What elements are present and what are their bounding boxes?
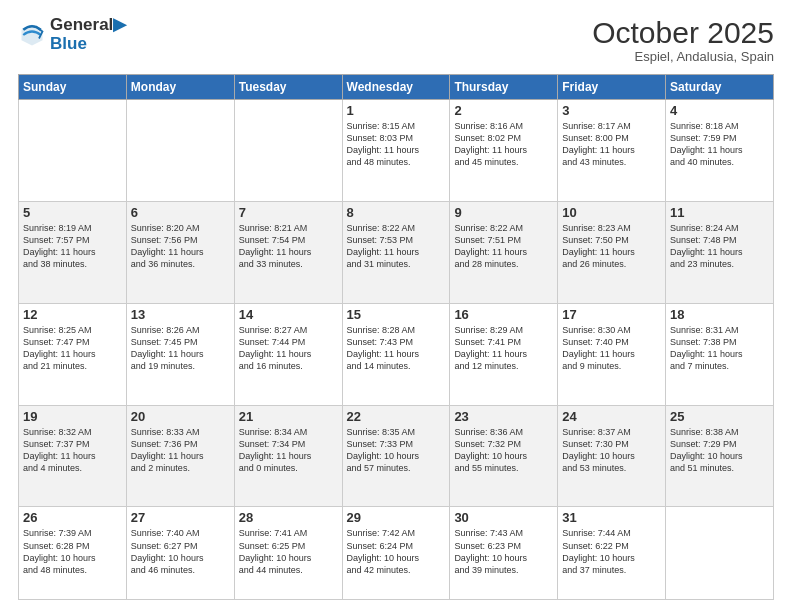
- table-row: 1Sunrise: 8:15 AM Sunset: 8:03 PM Daylig…: [342, 100, 450, 202]
- table-row: 9Sunrise: 8:22 AM Sunset: 7:51 PM Daylig…: [450, 201, 558, 303]
- table-row: 16Sunrise: 8:29 AM Sunset: 7:41 PM Dayli…: [450, 303, 558, 405]
- table-row: 28Sunrise: 7:41 AM Sunset: 6:25 PM Dayli…: [234, 507, 342, 600]
- day-number: 2: [454, 103, 553, 118]
- day-number: 10: [562, 205, 661, 220]
- cell-text: Sunrise: 8:20 AM Sunset: 7:56 PM Dayligh…: [131, 222, 230, 271]
- table-row: [19, 100, 127, 202]
- day-number: 15: [347, 307, 446, 322]
- cell-text: Sunrise: 7:41 AM Sunset: 6:25 PM Dayligh…: [239, 527, 338, 576]
- calendar-week-row: 1Sunrise: 8:15 AM Sunset: 8:03 PM Daylig…: [19, 100, 774, 202]
- table-row: 18Sunrise: 8:31 AM Sunset: 7:38 PM Dayli…: [666, 303, 774, 405]
- table-row: 2Sunrise: 8:16 AM Sunset: 8:02 PM Daylig…: [450, 100, 558, 202]
- calendar-week-row: 19Sunrise: 8:32 AM Sunset: 7:37 PM Dayli…: [19, 405, 774, 507]
- cell-text: Sunrise: 8:19 AM Sunset: 7:57 PM Dayligh…: [23, 222, 122, 271]
- table-row: 17Sunrise: 8:30 AM Sunset: 7:40 PM Dayli…: [558, 303, 666, 405]
- header-friday: Friday: [558, 75, 666, 100]
- cell-text: Sunrise: 7:39 AM Sunset: 6:28 PM Dayligh…: [23, 527, 122, 576]
- cell-text: Sunrise: 8:31 AM Sunset: 7:38 PM Dayligh…: [670, 324, 769, 373]
- table-row: 5Sunrise: 8:19 AM Sunset: 7:57 PM Daylig…: [19, 201, 127, 303]
- table-row: 27Sunrise: 7:40 AM Sunset: 6:27 PM Dayli…: [126, 507, 234, 600]
- cell-text: Sunrise: 8:28 AM Sunset: 7:43 PM Dayligh…: [347, 324, 446, 373]
- logo-text: General▶ Blue: [50, 16, 126, 53]
- header-tuesday: Tuesday: [234, 75, 342, 100]
- table-row: [234, 100, 342, 202]
- cell-text: Sunrise: 7:43 AM Sunset: 6:23 PM Dayligh…: [454, 527, 553, 576]
- table-row: 10Sunrise: 8:23 AM Sunset: 7:50 PM Dayli…: [558, 201, 666, 303]
- day-number: 18: [670, 307, 769, 322]
- cell-text: Sunrise: 8:29 AM Sunset: 7:41 PM Dayligh…: [454, 324, 553, 373]
- table-row: 4Sunrise: 8:18 AM Sunset: 7:59 PM Daylig…: [666, 100, 774, 202]
- header-sunday: Sunday: [19, 75, 127, 100]
- cell-text: Sunrise: 8:32 AM Sunset: 7:37 PM Dayligh…: [23, 426, 122, 475]
- cell-text: Sunrise: 8:25 AM Sunset: 7:47 PM Dayligh…: [23, 324, 122, 373]
- day-number: 17: [562, 307, 661, 322]
- day-number: 9: [454, 205, 553, 220]
- day-number: 14: [239, 307, 338, 322]
- page: General▶ Blue October 2025 Espiel, Andal…: [0, 0, 792, 612]
- table-row: [126, 100, 234, 202]
- table-row: 12Sunrise: 8:25 AM Sunset: 7:47 PM Dayli…: [19, 303, 127, 405]
- cell-text: Sunrise: 8:22 AM Sunset: 7:53 PM Dayligh…: [347, 222, 446, 271]
- cell-text: Sunrise: 8:23 AM Sunset: 7:50 PM Dayligh…: [562, 222, 661, 271]
- day-number: 20: [131, 409, 230, 424]
- day-number: 22: [347, 409, 446, 424]
- day-number: 31: [562, 510, 661, 525]
- day-number: 4: [670, 103, 769, 118]
- day-number: 5: [23, 205, 122, 220]
- table-row: 29Sunrise: 7:42 AM Sunset: 6:24 PM Dayli…: [342, 507, 450, 600]
- day-number: 27: [131, 510, 230, 525]
- day-number: 19: [23, 409, 122, 424]
- cell-text: Sunrise: 7:42 AM Sunset: 6:24 PM Dayligh…: [347, 527, 446, 576]
- table-row: 23Sunrise: 8:36 AM Sunset: 7:32 PM Dayli…: [450, 405, 558, 507]
- day-number: 16: [454, 307, 553, 322]
- day-number: 8: [347, 205, 446, 220]
- table-row: 14Sunrise: 8:27 AM Sunset: 7:44 PM Dayli…: [234, 303, 342, 405]
- day-number: 11: [670, 205, 769, 220]
- cell-text: Sunrise: 8:15 AM Sunset: 8:03 PM Dayligh…: [347, 120, 446, 169]
- header-saturday: Saturday: [666, 75, 774, 100]
- table-row: 8Sunrise: 8:22 AM Sunset: 7:53 PM Daylig…: [342, 201, 450, 303]
- table-row: 15Sunrise: 8:28 AM Sunset: 7:43 PM Dayli…: [342, 303, 450, 405]
- cell-text: Sunrise: 8:22 AM Sunset: 7:51 PM Dayligh…: [454, 222, 553, 271]
- calendar-week-row: 26Sunrise: 7:39 AM Sunset: 6:28 PM Dayli…: [19, 507, 774, 600]
- title-block: October 2025 Espiel, Andalusia, Spain: [592, 16, 774, 64]
- calendar-week-row: 12Sunrise: 8:25 AM Sunset: 7:47 PM Dayli…: [19, 303, 774, 405]
- cell-text: Sunrise: 8:30 AM Sunset: 7:40 PM Dayligh…: [562, 324, 661, 373]
- calendar-table: Sunday Monday Tuesday Wednesday Thursday…: [18, 74, 774, 600]
- day-number: 29: [347, 510, 446, 525]
- day-number: 21: [239, 409, 338, 424]
- day-number: 26: [23, 510, 122, 525]
- cell-text: Sunrise: 8:24 AM Sunset: 7:48 PM Dayligh…: [670, 222, 769, 271]
- day-number: 23: [454, 409, 553, 424]
- table-row: 19Sunrise: 8:32 AM Sunset: 7:37 PM Dayli…: [19, 405, 127, 507]
- calendar-header-row: Sunday Monday Tuesday Wednesday Thursday…: [19, 75, 774, 100]
- table-row: 26Sunrise: 7:39 AM Sunset: 6:28 PM Dayli…: [19, 507, 127, 600]
- day-number: 25: [670, 409, 769, 424]
- table-row: 20Sunrise: 8:33 AM Sunset: 7:36 PM Dayli…: [126, 405, 234, 507]
- table-row: 13Sunrise: 8:26 AM Sunset: 7:45 PM Dayli…: [126, 303, 234, 405]
- table-row: 31Sunrise: 7:44 AM Sunset: 6:22 PM Dayli…: [558, 507, 666, 600]
- day-number: 24: [562, 409, 661, 424]
- header-thursday: Thursday: [450, 75, 558, 100]
- header: General▶ Blue October 2025 Espiel, Andal…: [18, 16, 774, 64]
- cell-text: Sunrise: 8:17 AM Sunset: 8:00 PM Dayligh…: [562, 120, 661, 169]
- day-number: 13: [131, 307, 230, 322]
- cell-text: Sunrise: 8:36 AM Sunset: 7:32 PM Dayligh…: [454, 426, 553, 475]
- logo: General▶ Blue: [18, 16, 126, 53]
- cell-text: Sunrise: 8:18 AM Sunset: 7:59 PM Dayligh…: [670, 120, 769, 169]
- cell-text: Sunrise: 8:21 AM Sunset: 7:54 PM Dayligh…: [239, 222, 338, 271]
- calendar-week-row: 5Sunrise: 8:19 AM Sunset: 7:57 PM Daylig…: [19, 201, 774, 303]
- day-number: 6: [131, 205, 230, 220]
- cell-text: Sunrise: 8:38 AM Sunset: 7:29 PM Dayligh…: [670, 426, 769, 475]
- cell-text: Sunrise: 8:37 AM Sunset: 7:30 PM Dayligh…: [562, 426, 661, 475]
- day-number: 1: [347, 103, 446, 118]
- day-number: 28: [239, 510, 338, 525]
- table-row: 24Sunrise: 8:37 AM Sunset: 7:30 PM Dayli…: [558, 405, 666, 507]
- table-row: [666, 507, 774, 600]
- day-number: 12: [23, 307, 122, 322]
- table-row: 25Sunrise: 8:38 AM Sunset: 7:29 PM Dayli…: [666, 405, 774, 507]
- table-row: 22Sunrise: 8:35 AM Sunset: 7:33 PM Dayli…: [342, 405, 450, 507]
- table-row: 11Sunrise: 8:24 AM Sunset: 7:48 PM Dayli…: [666, 201, 774, 303]
- header-monday: Monday: [126, 75, 234, 100]
- table-row: 6Sunrise: 8:20 AM Sunset: 7:56 PM Daylig…: [126, 201, 234, 303]
